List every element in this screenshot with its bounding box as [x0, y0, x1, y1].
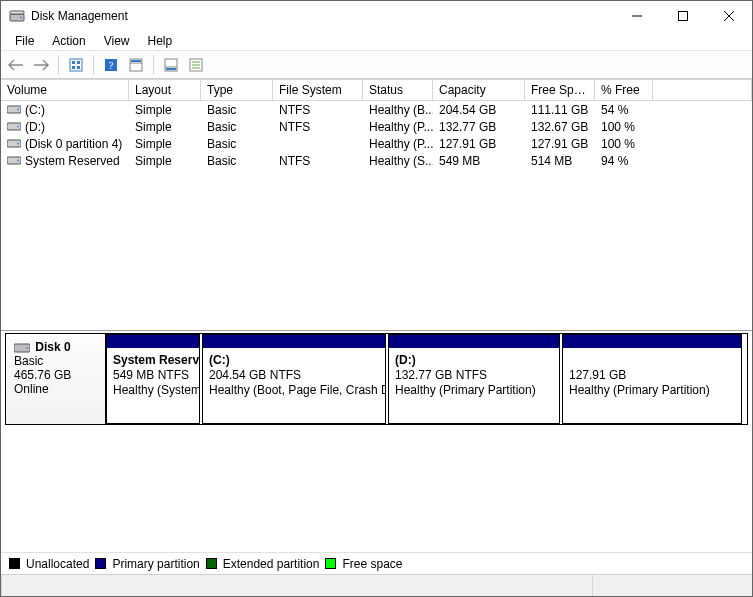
legend-primary-swatch: [95, 558, 106, 569]
volume-list-body: (C:)SimpleBasicNTFSHealthy (B...204.54 G…: [1, 101, 752, 330]
svg-rect-10: [72, 66, 75, 69]
app-icon: [9, 8, 25, 24]
partition-status: Healthy (System: [113, 383, 193, 398]
volume-type: Basic: [201, 154, 273, 168]
partition-name: (D:): [395, 353, 553, 368]
volume-name: (D:): [25, 120, 45, 134]
col-pctfree[interactable]: % Free: [595, 79, 653, 100]
drive-icon: [7, 138, 21, 149]
partition-bar: [107, 335, 199, 348]
window-title: Disk Management: [31, 9, 128, 23]
maximize-button[interactable]: [660, 1, 706, 31]
col-freespace[interactable]: Free Spa...: [525, 79, 595, 100]
properties-button[interactable]: [185, 54, 207, 76]
volume-pct: 100 %: [595, 120, 653, 134]
close-button[interactable]: [706, 1, 752, 31]
volume-fs: NTFS: [273, 154, 363, 168]
minimize-button[interactable]: [614, 1, 660, 31]
menu-view[interactable]: View: [96, 32, 138, 50]
legend: Unallocated Primary partition Extended p…: [1, 552, 752, 574]
volume-type: Basic: [201, 103, 273, 117]
volume-capacity: 127.91 GB: [433, 137, 525, 151]
toolbar-separator: [58, 55, 59, 75]
volume-name: (Disk 0 partition 4): [25, 137, 122, 151]
volume-status: Healthy (B...: [363, 103, 433, 117]
partition-name: (C:): [209, 353, 379, 368]
svg-point-31: [17, 160, 19, 162]
refresh-button[interactable]: [65, 54, 87, 76]
status-cell: [1, 575, 592, 596]
volume-fs: NTFS: [273, 120, 363, 134]
partition[interactable]: (C:)204.54 GB NTFSHealthy (Boot, Page Fi…: [202, 334, 386, 424]
svg-rect-7: [70, 59, 82, 71]
partition-status: Healthy (Boot, Page File, Crash Dump: [209, 383, 379, 398]
partition-bar: [563, 335, 741, 348]
settings-top-button[interactable]: [125, 54, 147, 76]
partition[interactable]: System Reserved549 MB NTFSHealthy (Syste…: [106, 334, 200, 424]
svg-point-2: [20, 17, 22, 19]
forward-button[interactable]: [30, 54, 52, 76]
menu-file[interactable]: File: [7, 32, 42, 50]
partition-status: Healthy (Primary Partition): [569, 383, 735, 398]
menu-action[interactable]: Action: [44, 32, 93, 50]
volume-status: Healthy (P...: [363, 137, 433, 151]
volume-name: (C:): [25, 103, 45, 117]
disk-graphic-pane: Disk 0 Basic 465.76 GB Online System Res…: [1, 331, 752, 574]
status-cell: [592, 575, 752, 596]
volume-list-header: Volume Layout Type File System Status Ca…: [1, 79, 752, 101]
volume-layout: Simple: [129, 154, 201, 168]
svg-rect-1: [10, 11, 24, 14]
volume-pct: 100 %: [595, 137, 653, 151]
volume-row[interactable]: (C:)SimpleBasicNTFSHealthy (B...204.54 G…: [1, 101, 752, 118]
partition[interactable]: 127.91 GBHealthy (Primary Partition): [562, 334, 742, 424]
disk-size: 465.76 GB: [14, 368, 97, 382]
svg-point-25: [17, 109, 19, 111]
status-bar: [1, 574, 752, 596]
col-blank[interactable]: [653, 79, 752, 100]
legend-freespace-label: Free space: [342, 557, 402, 571]
legend-extended-label: Extended partition: [223, 557, 320, 571]
svg-point-27: [17, 126, 19, 128]
svg-rect-16: [131, 60, 141, 62]
disk-icon: [14, 342, 30, 354]
title-bar: Disk Management: [1, 1, 752, 31]
volume-row[interactable]: (D:)SimpleBasicNTFSHealthy (P...132.77 G…: [1, 118, 752, 135]
legend-unallocated-label: Unallocated: [26, 557, 89, 571]
volume-layout: Simple: [129, 137, 201, 151]
back-button[interactable]: [5, 54, 27, 76]
volume-pct: 94 %: [595, 154, 653, 168]
svg-rect-8: [72, 61, 75, 64]
disk-status: Online: [14, 382, 97, 396]
col-volume[interactable]: Volume: [1, 79, 129, 100]
partition-name: System Reserved: [113, 353, 193, 368]
col-filesystem[interactable]: File System: [273, 79, 363, 100]
volume-free: 127.91 GB: [525, 137, 595, 151]
menu-help[interactable]: Help: [140, 32, 181, 50]
settings-bottom-button[interactable]: [160, 54, 182, 76]
col-capacity[interactable]: Capacity: [433, 79, 525, 100]
volume-free: 132.67 GB: [525, 120, 595, 134]
volume-layout: Simple: [129, 103, 201, 117]
legend-primary-label: Primary partition: [112, 557, 199, 571]
volume-capacity: 132.77 GB: [433, 120, 525, 134]
svg-rect-4: [679, 12, 688, 21]
volume-free: 514 MB: [525, 154, 595, 168]
partition-bar: [203, 335, 385, 348]
col-status[interactable]: Status: [363, 79, 433, 100]
help-button[interactable]: ?: [100, 54, 122, 76]
col-type[interactable]: Type: [201, 79, 273, 100]
volume-row[interactable]: System ReservedSimpleBasicNTFSHealthy (S…: [1, 152, 752, 169]
legend-freespace-swatch: [325, 558, 336, 569]
partition[interactable]: (D:)132.77 GB NTFSHealthy (Primary Parti…: [388, 334, 560, 424]
partitions-container: System Reserved549 MB NTFSHealthy (Syste…: [106, 334, 747, 424]
volume-capacity: 549 MB: [433, 154, 525, 168]
volume-layout: Simple: [129, 120, 201, 134]
volume-pct: 54 %: [595, 103, 653, 117]
volume-type: Basic: [201, 120, 273, 134]
disk-row[interactable]: Disk 0 Basic 465.76 GB Online System Res…: [5, 333, 748, 425]
toolbar-separator: [153, 55, 154, 75]
col-layout[interactable]: Layout: [129, 79, 201, 100]
disk-label: Disk 0: [35, 340, 70, 354]
volume-row[interactable]: (Disk 0 partition 4)SimpleBasicHealthy (…: [1, 135, 752, 152]
menu-bar: File Action View Help: [1, 31, 752, 51]
